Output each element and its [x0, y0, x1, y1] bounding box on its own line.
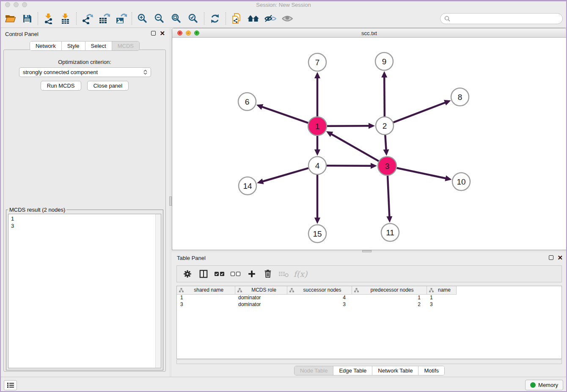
graph-edge-3-11[interactable] — [388, 176, 389, 218]
close-panel-icon[interactable]: ✕ — [557, 255, 563, 260]
network-window-titlebar[interactable]: × − + scc.txt — [172, 28, 566, 38]
graph-edge-arrowhead — [314, 72, 320, 78]
search-input[interactable] — [453, 15, 559, 22]
run-mcds-button[interactable]: Run MCDS — [41, 81, 81, 91]
export-image-icon[interactable] — [113, 11, 129, 26]
control-panel-title: Control Panel — [5, 31, 39, 37]
graph-edge-3-10[interactable] — [397, 168, 447, 179]
deselect-all-columns-icon[interactable] — [228, 267, 243, 281]
add-column-icon[interactable] — [245, 267, 259, 281]
table-cell[interactable]: 2 — [352, 301, 427, 308]
table-row[interactable]: 3dominator323 — [177, 301, 456, 308]
table-cell[interactable]: 4 — [287, 294, 352, 301]
table-row[interactable]: 1dominator411 — [177, 294, 456, 301]
table-cell[interactable]: 1 — [427, 294, 456, 301]
column-interaction-icon — [237, 288, 242, 294]
table-cell[interactable]: 3 — [287, 301, 352, 308]
zoom-fit-icon[interactable] — [168, 11, 185, 26]
graph-edge-4-14[interactable] — [262, 168, 308, 182]
function-builder-icon[interactable]: f(x) — [293, 267, 307, 281]
memory-button[interactable]: Memory — [525, 380, 563, 390]
select-all-columns-icon[interactable] — [212, 267, 227, 281]
task-history-button[interactable] — [4, 380, 17, 390]
export-table-icon[interactable] — [96, 11, 113, 26]
tab-mcds[interactable]: MCDS — [112, 41, 139, 50]
tab-select[interactable]: Select — [85, 41, 112, 50]
optimization-criterion-select[interactable]: strongly connected component — [19, 67, 151, 77]
control-panel: Control Panel ✕ NetworkStyleSelectMCDS O… — [0, 28, 169, 377]
column-visibility-icon[interactable] — [196, 267, 211, 281]
refresh-icon[interactable] — [206, 11, 223, 26]
table-cell[interactable]: 3 — [427, 301, 456, 308]
export-network-icon[interactable] — [79, 11, 96, 26]
toolbar-separator — [226, 12, 226, 25]
table-toolbar: f(x) — [176, 265, 562, 282]
graph-edge-2-8[interactable] — [394, 102, 446, 122]
tab-motifs[interactable]: Motifs — [418, 366, 444, 375]
open-session-icon[interactable] — [2, 11, 19, 26]
close-panel-icon[interactable]: ✕ — [160, 31, 165, 36]
search-field[interactable] — [440, 13, 563, 24]
network-window-title: scc.txt — [172, 30, 566, 36]
graph-edge-arrowhead — [369, 123, 375, 129]
zoom-out-icon[interactable] — [151, 11, 168, 26]
network-window-controls: × − + — [177, 30, 199, 36]
table-cell[interactable]: 3 — [177, 301, 235, 308]
graph-edge-3-1[interactable] — [330, 134, 379, 161]
graph-edge-4-3[interactable] — [327, 166, 372, 166]
network-minimize-button[interactable]: − — [186, 30, 191, 36]
tab-network-table[interactable]: Network Table — [372, 366, 418, 375]
hide-selected-icon[interactable] — [262, 11, 279, 26]
tab-style[interactable]: Style — [61, 41, 85, 50]
graph-node-label: 3 — [385, 162, 390, 171]
window-title: Session: New Session — [0, 2, 567, 8]
network-canvas[interactable]: 7968124314101511 — [172, 38, 566, 250]
graph-node-label: 7 — [315, 58, 320, 67]
table-cell[interactable]: 1 — [177, 294, 235, 301]
save-session-icon[interactable] — [19, 11, 36, 26]
graph-edge-1-6[interactable] — [261, 107, 308, 123]
table-cell[interactable]: dominator — [235, 294, 287, 301]
graph-edge-arrowhead — [383, 149, 389, 156]
column-header-predecessor-nodes[interactable]: predecessor nodes — [352, 286, 427, 294]
table-horizontal-scrollbar[interactable] — [176, 359, 562, 364]
zoom-in-icon[interactable] — [134, 11, 151, 26]
column-interaction-icon — [354, 288, 359, 294]
network-maximize-button[interactable]: + — [194, 30, 199, 36]
graph-edge-1-2[interactable] — [327, 126, 370, 126]
tab-edge-table[interactable]: Edge Table — [333, 366, 372, 375]
result-scrollbar[interactable] — [155, 214, 161, 368]
mcds-result-list[interactable]: 1 3 — [8, 214, 161, 368]
tab-network[interactable]: Network — [30, 41, 61, 50]
import-network-icon[interactable] — [40, 11, 57, 26]
graph-edge-2-9[interactable] — [384, 76, 385, 116]
graph-edge-arrowhead — [381, 71, 387, 77]
graph-edge-2-3[interactable] — [385, 135, 386, 151]
column-header-name[interactable]: name — [427, 286, 456, 294]
table-cell[interactable]: dominator — [235, 301, 287, 308]
network-close-button[interactable]: × — [177, 30, 182, 36]
close-panel-button[interactable]: Close panel — [87, 81, 129, 91]
delete-table-icon[interactable] — [277, 267, 291, 281]
show-all-icon[interactable] — [279, 11, 296, 26]
column-header-successor-nodes[interactable]: successor nodes — [287, 286, 352, 294]
new-network-from-selection-icon[interactable] — [228, 11, 245, 26]
table-cell[interactable]: 1 — [352, 294, 427, 301]
import-table-icon[interactable] — [57, 11, 74, 26]
graph-edge-arrowhead — [257, 179, 264, 184]
minimize-window-button[interactable]: − — [14, 2, 19, 7]
column-header-shared-name[interactable]: shared name — [177, 286, 235, 294]
first-neighbors-icon[interactable] — [245, 11, 262, 26]
zoom-selected-icon[interactable] — [185, 11, 202, 26]
delete-column-icon[interactable] — [261, 267, 275, 281]
table-tabs: Node TableEdge TableNetwork TableMotifs — [172, 366, 567, 375]
column-header-mcds-role[interactable]: MCDS role — [235, 286, 287, 294]
graph-node-label: 6 — [245, 97, 250, 106]
tab-node-table[interactable]: Node Table — [295, 366, 333, 375]
close-window-button[interactable]: × — [5, 2, 10, 7]
zoom-window-button[interactable]: + — [22, 2, 27, 7]
float-panel-icon[interactable] — [151, 31, 156, 36]
settings-gear-icon[interactable] — [180, 267, 195, 281]
float-panel-icon[interactable] — [549, 255, 553, 260]
column-interaction-icon — [179, 288, 184, 294]
